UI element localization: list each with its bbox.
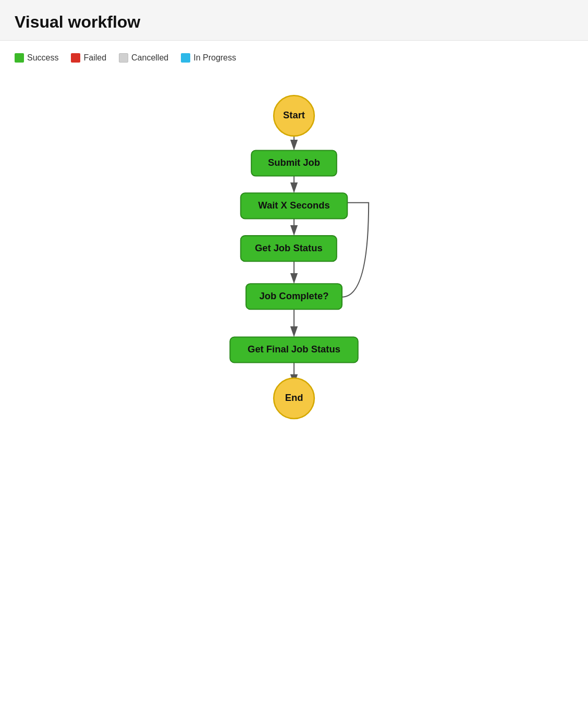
in-progress-dot: [181, 53, 190, 63]
workflow-area: Start Submit Job Wait X Seconds Get Job …: [0, 71, 588, 592]
wait-x-seconds-label: Wait X Seconds: [258, 200, 329, 211]
legend-item-in-progress: In Progress: [181, 53, 236, 63]
job-complete-label: Job Complete?: [260, 290, 329, 301]
legend: Success Failed Cancelled In Progress: [0, 41, 588, 71]
get-job-status-label: Get Job Status: [255, 242, 323, 253]
cancelled-dot: [119, 53, 128, 63]
legend-item-failed: Failed: [71, 53, 106, 63]
start-label: Start: [283, 109, 305, 120]
page-title: Visual workflow: [15, 13, 573, 32]
failed-label: Failed: [83, 53, 106, 63]
failed-dot: [71, 53, 80, 63]
success-dot: [15, 53, 24, 63]
get-final-job-status-label: Get Final Job Status: [248, 344, 340, 354]
end-label: End: [285, 392, 303, 403]
header: Visual workflow: [0, 0, 588, 41]
cancelled-label: Cancelled: [131, 53, 168, 63]
submit-job-label: Submit Job: [268, 157, 320, 168]
in-progress-label: In Progress: [193, 53, 236, 63]
workflow-svg: Start Submit Job Wait X Seconds Get Job …: [112, 92, 476, 561]
legend-item-cancelled: Cancelled: [119, 53, 168, 63]
success-label: Success: [27, 53, 58, 63]
legend-item-success: Success: [15, 53, 58, 63]
page-container: Visual workflow Success Failed Cancelled…: [0, 0, 588, 709]
